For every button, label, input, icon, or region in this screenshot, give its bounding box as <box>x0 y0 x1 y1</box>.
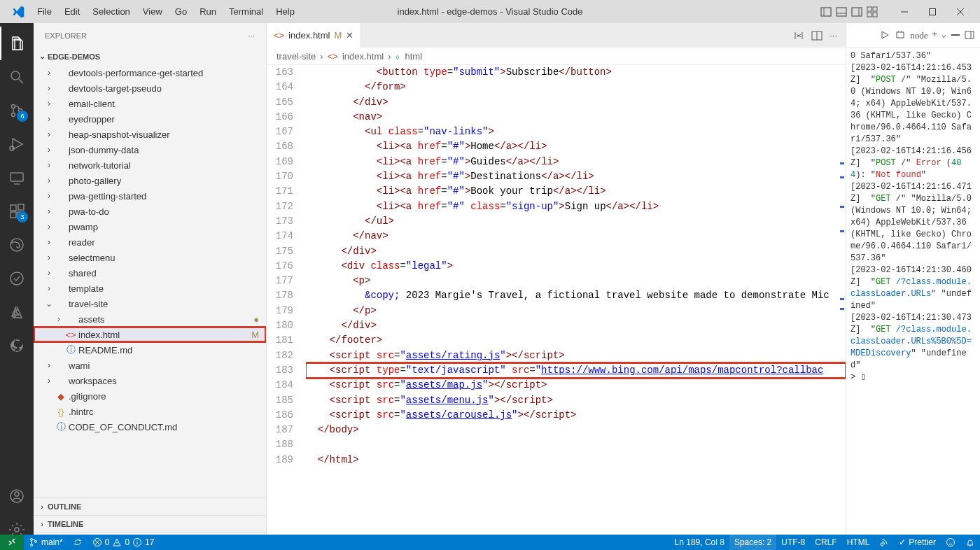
close-button[interactable] <box>946 0 974 23</box>
file-tree[interactable]: ›devtools-performance-get-started›devtoo… <box>34 65 266 498</box>
overview-ruler[interactable] <box>837 65 846 550</box>
tree-item[interactable]: ›network-tutorial <box>34 157 266 173</box>
menu-go[interactable]: Go <box>169 3 193 20</box>
code-line[interactable]: </div> <box>306 318 846 333</box>
breadcrumb[interactable]: travel-site› <>index.html› ⬨html <box>267 48 846 65</box>
tree-item[interactable]: ›devtools-performance-get-started <box>34 65 266 80</box>
sb-spaces[interactable]: Spaces: 2 <box>729 535 776 550</box>
menu-help[interactable]: Help <box>270 3 301 20</box>
layout-icon[interactable] <box>820 6 832 17</box>
run-icon[interactable] <box>879 29 890 41</box>
sb-lang[interactable]: HTML <box>842 535 875 550</box>
code-line[interactable]: <script src="assets/rating.js"></script> <box>306 348 846 363</box>
code-line[interactable]: </form> <box>306 80 846 94</box>
code-line[interactable]: <li><a href="#">Guides</a></li> <box>306 155 846 169</box>
tree-item[interactable]: ›email-client <box>34 96 266 111</box>
sb-prettier[interactable]: ✓Prettier <box>894 535 941 550</box>
code-line[interactable]: <script type="text/javascript" src="http… <box>306 363 846 378</box>
sb-radio[interactable] <box>874 535 894 550</box>
more-icon[interactable]: ··· <box>248 31 255 40</box>
tree-item[interactable]: ›reader <box>34 234 266 250</box>
activity-github[interactable] <box>0 329 34 362</box>
code-line[interactable]: <li><a href="#">Home</a></li> <box>306 139 846 154</box>
tree-item[interactable]: ⌄travel-site <box>34 296 266 311</box>
terminal-output[interactable]: 0 Safari/537.36" [2023-02-16T14:21:16.45… <box>846 48 980 550</box>
code-line[interactable]: </ul> <box>306 214 846 229</box>
tree-item[interactable]: ›devtools-target-pseudo <box>34 80 266 96</box>
activity-extensions[interactable]: 3 <box>0 195 34 228</box>
code-line[interactable]: <div class="legal"> <box>306 259 846 274</box>
activity-search[interactable] <box>0 60 34 94</box>
sb-position[interactable]: Ln 189, Col 8 <box>670 535 729 550</box>
panel-min-icon[interactable] <box>951 30 960 40</box>
sb-bell[interactable] <box>960 535 980 550</box>
crumb-file[interactable]: index.html <box>342 51 384 62</box>
tree-item[interactable]: ›json-dummy-data <box>34 142 266 157</box>
code-line[interactable]: &copy; 2023 Margie's Travel, a fictional… <box>306 288 846 303</box>
section-root[interactable]: ⌄EDGE-DEMOS <box>34 48 266 65</box>
sb-eol[interactable]: CRLF <box>810 535 841 550</box>
section-timeline[interactable]: ›TIMELINE <box>34 515 266 533</box>
code-area[interactable]: <button type="submit">Subscribe</button>… <box>306 65 846 550</box>
code-line[interactable]: </nav> <box>306 229 846 244</box>
sb-problems[interactable]: 0 0 17 <box>88 535 160 550</box>
activity-testing[interactable] <box>0 262 34 295</box>
crumb-folder[interactable]: travel-site <box>276 51 316 62</box>
split-icon[interactable] <box>811 30 822 41</box>
code-line[interactable]: <script src="assets/map.js"></script> <box>306 378 846 393</box>
activity-accounts[interactable] <box>0 479 34 513</box>
menu-selection[interactable]: Selection <box>86 3 136 20</box>
tree-item[interactable]: ›selectmenu <box>34 250 266 265</box>
code-line[interactable] <box>306 437 846 452</box>
code-line[interactable]: <li><a href="#">Destinations</a></li> <box>306 169 846 184</box>
sb-branch[interactable]: main* <box>24 535 68 550</box>
code-line[interactable]: <button type="submit">Subscribe</button> <box>306 65 846 80</box>
tree-item[interactable]: ›pwamp <box>34 219 266 234</box>
code-line[interactable]: <li><a href="#" class="sign-up">Sign up<… <box>306 199 846 214</box>
panel-icon[interactable] <box>836 6 847 17</box>
activity-remote[interactable] <box>0 161 34 195</box>
compare-icon[interactable] <box>793 30 804 41</box>
tree-item[interactable]: ◆.gitignore <box>34 388 266 404</box>
code-line[interactable]: <script src="assets/carousel.js"></scrip… <box>306 408 846 423</box>
debug-icon[interactable] <box>895 29 906 41</box>
editor-body[interactable]: 1631641651661671681691701711721731741751… <box>267 65 846 550</box>
menu-view[interactable]: View <box>136 3 169 20</box>
code-line[interactable]: <li><a href="#">Book your trip</a></li> <box>306 184 846 199</box>
code-line[interactable]: </div> <box>306 95 846 110</box>
code-line[interactable]: <nav> <box>306 110 846 125</box>
menu-run[interactable]: Run <box>193 3 223 20</box>
tree-item[interactable]: ›pwa-to-do <box>34 204 266 219</box>
sb-feedback[interactable] <box>941 535 960 550</box>
section-outline[interactable]: ›OUTLINE <box>34 498 266 515</box>
more-icon[interactable]: ··· <box>830 30 837 41</box>
tree-item[interactable]: ⓘREADME.md <box>34 342 266 358</box>
tree-item[interactable]: ›assets● <box>34 311 266 327</box>
tree-item[interactable]: {}.hintrc <box>34 404 266 419</box>
code-line[interactable]: </body> <box>306 423 846 437</box>
sb-encoding[interactable]: UTF-8 <box>776 535 810 550</box>
tree-item[interactable]: ›shared <box>34 265 266 281</box>
crumb-symbol[interactable]: html <box>405 51 422 62</box>
activity-edge[interactable] <box>0 228 34 262</box>
menu-terminal[interactable]: Terminal <box>223 3 270 20</box>
customize-layout-icon[interactable] <box>867 6 878 17</box>
minimize-button[interactable] <box>890 0 918 23</box>
remote-button[interactable] <box>0 535 24 550</box>
menu-file[interactable]: File <box>31 3 58 20</box>
layout-right-icon[interactable] <box>851 6 862 17</box>
code-line[interactable]: </p> <box>306 304 846 318</box>
panel-right-icon[interactable] <box>965 30 974 40</box>
menu-edit[interactable]: Edit <box>58 3 86 20</box>
tree-item[interactable]: ›template <box>34 281 266 296</box>
tree-item[interactable]: ›wami <box>34 358 266 373</box>
close-icon[interactable]: ✕ <box>346 30 354 41</box>
code-line[interactable]: </footer> <box>306 333 846 348</box>
activity-explorer[interactable] <box>0 27 34 60</box>
code-line[interactable]: <p> <box>306 274 846 288</box>
plus-icon[interactable]: + <box>932 29 937 41</box>
activity-scm[interactable]: 6 <box>0 94 34 127</box>
editor-tab-index[interactable]: <> index.html M ✕ <box>267 23 361 48</box>
tree-item[interactable]: <>index.htmlM <box>34 327 266 342</box>
sb-sync[interactable] <box>68 535 88 550</box>
